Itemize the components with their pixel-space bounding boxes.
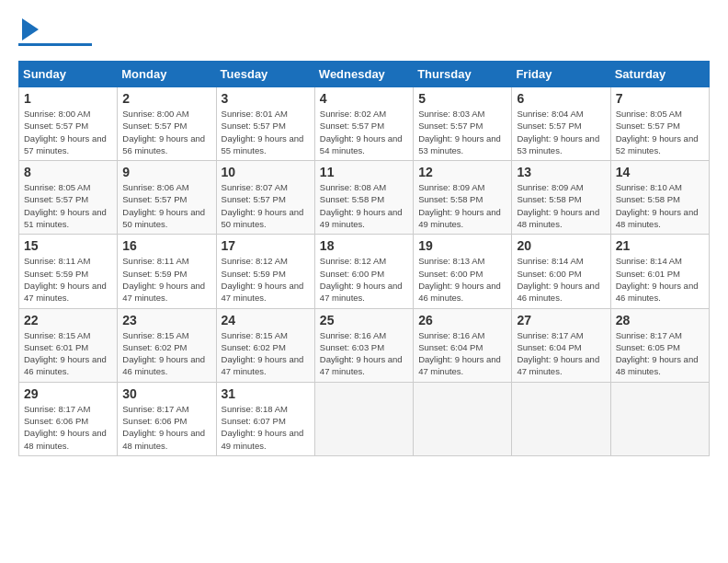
day-number: 8	[24, 165, 112, 179]
calendar-cell: 15Sunrise: 8:11 AMSunset: 5:59 PMDayligh…	[19, 235, 118, 308]
calendar-body: 1Sunrise: 8:00 AMSunset: 5:57 PMDaylight…	[19, 87, 710, 456]
day-info: Sunrise: 8:15 AMSunset: 6:02 PMDaylight:…	[222, 329, 310, 378]
day-info: Sunrise: 8:17 AMSunset: 6:06 PMDaylight:…	[24, 403, 112, 452]
day-info: Sunrise: 8:03 AMSunset: 5:57 PMDaylight:…	[418, 108, 506, 156]
calendar-cell: 26Sunrise: 8:16 AMSunset: 6:04 PMDayligh…	[414, 308, 512, 382]
day-info: Sunrise: 8:01 AMSunset: 5:57 PMDaylight:…	[222, 108, 310, 156]
day-info: Sunrise: 8:14 AMSunset: 6:01 PMDaylight:…	[616, 255, 704, 304]
day-number: 30	[122, 386, 210, 401]
day-info: Sunrise: 8:14 AMSunset: 6:00 PMDaylight:…	[517, 255, 605, 304]
day-info: Sunrise: 8:05 AMSunset: 5:57 PMDaylight:…	[616, 108, 704, 156]
day-info: Sunrise: 8:00 AMSunset: 5:57 PMDaylight:…	[122, 108, 210, 156]
weekday-header: Monday	[118, 62, 216, 87]
day-info: Sunrise: 8:04 AMSunset: 5:57 PMDaylight:…	[517, 108, 605, 156]
day-info: Sunrise: 8:13 AMSunset: 6:00 PMDaylight:…	[418, 255, 506, 304]
calendar-cell	[314, 382, 413, 455]
day-number: 19	[418, 238, 506, 253]
calendar-cell: 24Sunrise: 8:15 AMSunset: 6:02 PMDayligh…	[216, 308, 314, 382]
day-info: Sunrise: 8:18 AMSunset: 6:07 PMDaylight:…	[222, 403, 310, 452]
day-info: Sunrise: 8:06 AMSunset: 5:57 PMDaylight:…	[122, 181, 210, 230]
day-number: 20	[517, 238, 605, 253]
calendar-table: SundayMondayTuesdayWednesdayThursdayFrid…	[18, 61, 710, 456]
weekday-header: Sunday	[19, 62, 118, 87]
calendar-cell: 5Sunrise: 8:03 AMSunset: 5:57 PMDaylight…	[414, 87, 512, 161]
calendar-week-row: 29Sunrise: 8:17 AMSunset: 6:06 PMDayligh…	[19, 382, 710, 455]
weekday-header: Wednesday	[314, 62, 413, 87]
day-number: 2	[122, 91, 210, 106]
day-number: 1	[24, 91, 112, 106]
day-number: 23	[122, 313, 210, 327]
day-info: Sunrise: 8:12 AMSunset: 5:59 PMDaylight:…	[222, 255, 310, 304]
day-number: 6	[517, 91, 605, 106]
calendar-week-row: 8Sunrise: 8:05 AMSunset: 5:57 PMDaylight…	[19, 161, 710, 235]
calendar-cell: 10Sunrise: 8:07 AMSunset: 5:57 PMDayligh…	[216, 161, 314, 235]
calendar-cell: 25Sunrise: 8:16 AMSunset: 6:03 PMDayligh…	[314, 308, 413, 382]
day-info: Sunrise: 8:09 AMSunset: 5:58 PMDaylight:…	[418, 181, 506, 230]
day-number: 11	[320, 165, 408, 179]
day-number: 18	[320, 238, 408, 253]
weekday-header: Thursday	[414, 62, 512, 87]
calendar-cell: 9Sunrise: 8:06 AMSunset: 5:57 PMDaylight…	[118, 161, 216, 235]
day-number: 24	[222, 313, 310, 327]
calendar-cell: 22Sunrise: 8:15 AMSunset: 6:01 PMDayligh…	[19, 308, 118, 382]
day-number: 25	[320, 313, 408, 327]
day-info: Sunrise: 8:17 AMSunset: 6:06 PMDaylight:…	[122, 403, 210, 452]
day-info: Sunrise: 8:11 AMSunset: 5:59 PMDaylight:…	[122, 255, 210, 304]
calendar-cell: 3Sunrise: 8:01 AMSunset: 5:57 PMDaylight…	[216, 87, 314, 161]
calendar-cell: 27Sunrise: 8:17 AMSunset: 6:04 PMDayligh…	[512, 308, 610, 382]
calendar-cell: 19Sunrise: 8:13 AMSunset: 6:00 PMDayligh…	[414, 235, 512, 308]
logo-line	[18, 43, 92, 46]
weekday-header: Saturday	[610, 62, 709, 87]
day-info: Sunrise: 8:15 AMSunset: 6:01 PMDaylight:…	[24, 329, 112, 378]
calendar-cell: 17Sunrise: 8:12 AMSunset: 5:59 PMDayligh…	[216, 235, 314, 308]
weekday-header: Friday	[512, 62, 610, 87]
day-info: Sunrise: 8:07 AMSunset: 5:57 PMDaylight:…	[222, 181, 310, 230]
calendar-cell	[414, 382, 512, 455]
calendar-cell: 8Sunrise: 8:05 AMSunset: 5:57 PMDaylight…	[19, 161, 118, 235]
day-info: Sunrise: 8:10 AMSunset: 5:58 PMDaylight:…	[616, 181, 704, 230]
day-number: 14	[616, 165, 704, 179]
day-info: Sunrise: 8:11 AMSunset: 5:59 PMDaylight:…	[24, 255, 112, 304]
day-number: 22	[24, 313, 112, 327]
day-info: Sunrise: 8:15 AMSunset: 6:02 PMDaylight:…	[122, 329, 210, 378]
calendar-week-row: 1Sunrise: 8:00 AMSunset: 5:57 PMDaylight…	[19, 87, 710, 161]
calendar-cell: 14Sunrise: 8:10 AMSunset: 5:58 PMDayligh…	[610, 161, 709, 235]
calendar-cell: 29Sunrise: 8:17 AMSunset: 6:06 PMDayligh…	[19, 382, 118, 455]
day-number: 13	[517, 165, 605, 179]
day-info: Sunrise: 8:02 AMSunset: 5:57 PMDaylight:…	[320, 108, 408, 156]
day-info: Sunrise: 8:00 AMSunset: 5:57 PMDaylight:…	[24, 108, 112, 156]
calendar-cell	[512, 382, 610, 455]
day-info: Sunrise: 8:17 AMSunset: 6:05 PMDaylight:…	[616, 329, 704, 378]
logo-arrow-icon	[22, 18, 39, 40]
day-number: 17	[222, 238, 310, 253]
calendar-cell: 28Sunrise: 8:17 AMSunset: 6:05 PMDayligh…	[610, 308, 709, 382]
day-number: 10	[222, 165, 310, 179]
day-number: 26	[418, 313, 506, 327]
day-number: 16	[122, 238, 210, 253]
calendar-cell: 1Sunrise: 8:00 AMSunset: 5:57 PMDaylight…	[19, 87, 118, 161]
calendar-cell: 30Sunrise: 8:17 AMSunset: 6:06 PMDayligh…	[118, 382, 216, 455]
calendar-header-row: SundayMondayTuesdayWednesdayThursdayFrid…	[19, 62, 710, 87]
page-header	[18, 18, 710, 46]
day-number: 7	[616, 91, 704, 106]
calendar-cell: 11Sunrise: 8:08 AMSunset: 5:58 PMDayligh…	[314, 161, 413, 235]
calendar-cell: 31Sunrise: 8:18 AMSunset: 6:07 PMDayligh…	[216, 382, 314, 455]
calendar-cell	[610, 382, 709, 455]
day-number: 28	[616, 313, 704, 327]
day-number: 29	[24, 386, 112, 401]
day-info: Sunrise: 8:08 AMSunset: 5:58 PMDaylight:…	[320, 181, 408, 230]
day-number: 4	[320, 91, 408, 106]
day-number: 3	[222, 91, 310, 106]
day-number: 31	[222, 386, 310, 401]
calendar-cell: 6Sunrise: 8:04 AMSunset: 5:57 PMDaylight…	[512, 87, 610, 161]
calendar-week-row: 22Sunrise: 8:15 AMSunset: 6:01 PMDayligh…	[19, 308, 710, 382]
calendar-cell: 20Sunrise: 8:14 AMSunset: 6:00 PMDayligh…	[512, 235, 610, 308]
day-info: Sunrise: 8:05 AMSunset: 5:57 PMDaylight:…	[24, 181, 112, 230]
calendar-cell: 2Sunrise: 8:00 AMSunset: 5:57 PMDaylight…	[118, 87, 216, 161]
day-number: 27	[517, 313, 605, 327]
calendar-cell: 18Sunrise: 8:12 AMSunset: 6:00 PMDayligh…	[314, 235, 413, 308]
calendar-cell: 16Sunrise: 8:11 AMSunset: 5:59 PMDayligh…	[118, 235, 216, 308]
day-number: 5	[418, 91, 506, 106]
calendar-cell: 21Sunrise: 8:14 AMSunset: 6:01 PMDayligh…	[610, 235, 709, 308]
day-info: Sunrise: 8:16 AMSunset: 6:04 PMDaylight:…	[418, 329, 506, 378]
